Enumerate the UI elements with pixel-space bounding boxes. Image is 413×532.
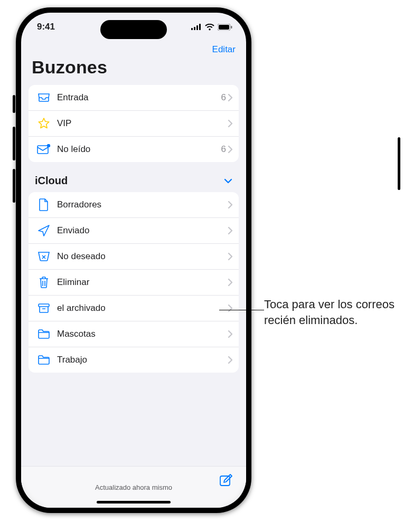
chevron-down-icon bbox=[224, 178, 232, 184]
chevron-right-icon bbox=[228, 227, 232, 234]
chevron-right-icon bbox=[228, 253, 232, 260]
svg-rect-2 bbox=[196, 25, 198, 30]
compose-button[interactable] bbox=[219, 473, 233, 488]
power-button bbox=[398, 137, 400, 190]
favorites-group: Entrada 6 VIP No leído bbox=[29, 85, 239, 162]
folder-icon bbox=[36, 355, 52, 365]
mailbox-vip[interactable]: VIP bbox=[29, 110, 239, 136]
svg-rect-10 bbox=[220, 476, 230, 486]
junk-icon bbox=[36, 251, 52, 262]
volume-down-button bbox=[13, 169, 15, 203]
mailbox-label: Trabajo bbox=[52, 355, 228, 365]
mailbox-count: 6 bbox=[221, 144, 228, 155]
mailbox-label: el archivado bbox=[52, 303, 228, 314]
icloud-group: Borradores Enviado No deseado bbox=[29, 192, 239, 373]
sync-status: Actualizado ahora mismo bbox=[95, 483, 172, 491]
mailbox-inbox[interactable]: Entrada 6 bbox=[29, 85, 239, 110]
mailbox-trash[interactable]: Eliminar bbox=[29, 269, 239, 295]
nav-bar: Editar bbox=[21, 41, 246, 55]
document-icon bbox=[36, 198, 52, 211]
dynamic-island bbox=[100, 20, 167, 39]
chevron-right-icon bbox=[228, 356, 232, 364]
phone-frame: 9:41 Editar Buzones bbox=[16, 7, 251, 513]
mailbox-folder-work[interactable]: Trabajo bbox=[29, 347, 239, 373]
wifi-icon bbox=[205, 24, 214, 31]
trash-icon bbox=[36, 276, 52, 289]
inbox-icon bbox=[36, 92, 52, 103]
edit-button[interactable]: Editar bbox=[212, 44, 236, 55]
chevron-right-icon bbox=[228, 330, 232, 338]
svg-rect-3 bbox=[199, 24, 201, 30]
mailbox-count: 6 bbox=[221, 92, 228, 103]
chevron-right-icon bbox=[228, 279, 232, 286]
cellular-icon bbox=[191, 24, 202, 30]
mailbox-drafts[interactable]: Borradores bbox=[29, 192, 239, 217]
status-time: 9:41 bbox=[37, 22, 55, 32]
mailbox-folder-pets[interactable]: Mascotas bbox=[29, 321, 239, 347]
svg-rect-6 bbox=[231, 26, 232, 28]
bottom-toolbar: Actualizado ahora mismo bbox=[21, 466, 246, 508]
svg-rect-7 bbox=[37, 146, 48, 154]
mailbox-label: Mascotas bbox=[52, 329, 228, 339]
callout-text: Toca para ver los correos recién elimina… bbox=[264, 297, 401, 328]
screen: 9:41 Editar Buzones bbox=[21, 13, 246, 508]
home-indicator bbox=[97, 501, 171, 504]
mailbox-label: Borradores bbox=[52, 200, 228, 210]
svg-rect-0 bbox=[191, 28, 193, 30]
svg-rect-9 bbox=[39, 304, 49, 307]
silence-switch bbox=[13, 95, 15, 113]
mailbox-unread[interactable]: No leído 6 bbox=[29, 136, 239, 162]
archive-icon bbox=[36, 303, 52, 314]
page-title: Buzones bbox=[21, 55, 246, 82]
chevron-right-icon bbox=[228, 305, 232, 312]
chevron-right-icon bbox=[228, 201, 232, 208]
mailbox-sent[interactable]: Enviado bbox=[29, 217, 239, 243]
section-header-icloud[interactable]: iCloud bbox=[21, 172, 246, 189]
svg-point-8 bbox=[47, 144, 50, 147]
svg-rect-1 bbox=[194, 27, 195, 30]
unread-icon bbox=[36, 144, 52, 155]
chevron-right-icon bbox=[228, 120, 232, 127]
volume-up-button bbox=[13, 127, 15, 160]
mailbox-archive[interactable]: el archivado bbox=[29, 295, 239, 321]
mailbox-label: Eliminar bbox=[52, 277, 228, 288]
section-title: iCloud bbox=[35, 175, 68, 187]
svg-rect-5 bbox=[219, 25, 229, 30]
mailbox-label: VIP bbox=[52, 118, 226, 129]
mailbox-label: No deseado bbox=[52, 251, 228, 262]
star-icon bbox=[36, 117, 52, 130]
folder-icon bbox=[36, 329, 52, 339]
mailbox-junk[interactable]: No deseado bbox=[29, 243, 239, 269]
mailbox-label: Enviado bbox=[52, 225, 228, 236]
paperplane-icon bbox=[36, 224, 52, 237]
battery-icon bbox=[218, 24, 232, 31]
chevron-right-icon bbox=[228, 146, 232, 153]
callout-leader-line bbox=[219, 310, 264, 310]
chevron-right-icon bbox=[228, 94, 232, 101]
mailbox-label: No leído bbox=[52, 144, 221, 155]
mailbox-label: Entrada bbox=[52, 92, 221, 103]
